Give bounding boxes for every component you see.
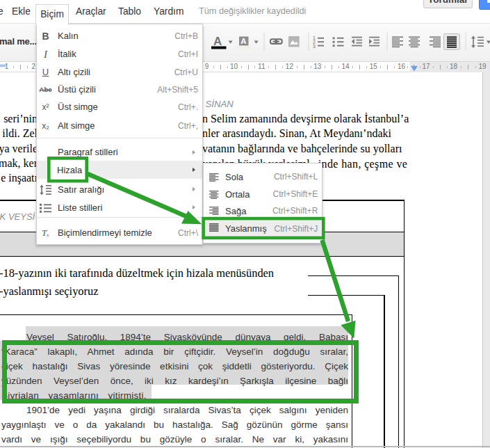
svg-text:A: A <box>213 35 222 48</box>
svg-text:A: A <box>240 37 246 45</box>
svg-text:3: 3 <box>313 44 316 49</box>
